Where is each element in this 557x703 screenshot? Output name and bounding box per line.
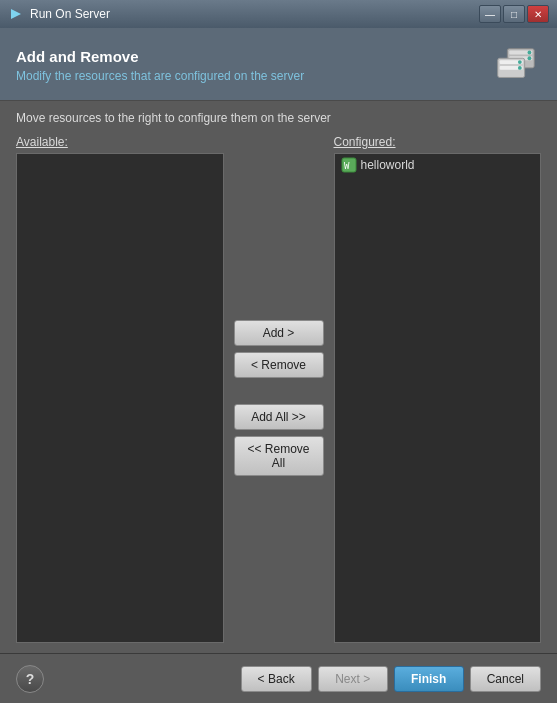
svg-point-4 bbox=[528, 51, 532, 55]
available-label: Available: bbox=[16, 131, 224, 153]
dialog-content: Add and Remove Modify the resources that… bbox=[0, 28, 557, 703]
columns-area: Available: Add > < Remove Add All >> << … bbox=[16, 131, 541, 643]
minimize-button[interactable]: — bbox=[479, 5, 501, 23]
available-column: Available: bbox=[16, 131, 224, 643]
finish-button[interactable]: Finish bbox=[394, 666, 464, 692]
bottom-bar: ? < Back Next > Finish Cancel bbox=[0, 653, 557, 703]
main-panel: Available: Add > < Remove Add All >> << … bbox=[0, 131, 557, 653]
header-text: Add and Remove Modify the resources that… bbox=[16, 48, 304, 83]
navigation-buttons: < Back Next > Finish Cancel bbox=[241, 666, 541, 692]
svg-text:W: W bbox=[344, 161, 350, 171]
window-controls: — □ ✕ bbox=[479, 5, 549, 23]
help-button[interactable]: ? bbox=[16, 665, 44, 693]
title-bar: Run On Server — □ ✕ bbox=[0, 0, 557, 28]
cancel-button[interactable]: Cancel bbox=[470, 666, 541, 692]
remove-all-button[interactable]: << Remove All bbox=[234, 436, 324, 476]
available-list[interactable] bbox=[16, 153, 224, 643]
header-area: Add and Remove Modify the resources that… bbox=[0, 28, 557, 101]
window-title: Run On Server bbox=[30, 7, 479, 21]
instruction-label: Move resources to the right to configure… bbox=[16, 111, 331, 125]
header-subtitle: Modify the resources that are configured… bbox=[16, 69, 304, 83]
configured-column: Configured: W helloworld bbox=[334, 131, 542, 643]
close-button[interactable]: ✕ bbox=[527, 5, 549, 23]
app-icon bbox=[8, 6, 24, 22]
helloworld-label: helloworld bbox=[361, 158, 415, 172]
maximize-button[interactable]: □ bbox=[503, 5, 525, 23]
transfer-buttons: Add > < Remove Add All >> << Remove All bbox=[224, 131, 334, 643]
list-item[interactable]: W helloworld bbox=[335, 154, 541, 176]
header-title: Add and Remove bbox=[16, 48, 304, 65]
svg-marker-0 bbox=[11, 9, 21, 19]
add-button[interactable]: Add > bbox=[234, 320, 324, 346]
configured-list[interactable]: W helloworld bbox=[334, 153, 542, 643]
add-all-button[interactable]: Add All >> bbox=[234, 404, 324, 430]
instruction-text: Move resources to the right to configure… bbox=[0, 101, 557, 131]
configured-label: Configured: bbox=[334, 131, 542, 153]
next-button[interactable]: Next > bbox=[318, 666, 388, 692]
remove-button[interactable]: < Remove bbox=[234, 352, 324, 378]
helloworld-icon: W bbox=[341, 157, 357, 173]
back-button[interactable]: < Back bbox=[241, 666, 312, 692]
svg-point-5 bbox=[528, 56, 532, 60]
svg-point-10 bbox=[518, 66, 522, 70]
header-server-icon bbox=[491, 40, 541, 90]
svg-point-9 bbox=[518, 60, 522, 64]
